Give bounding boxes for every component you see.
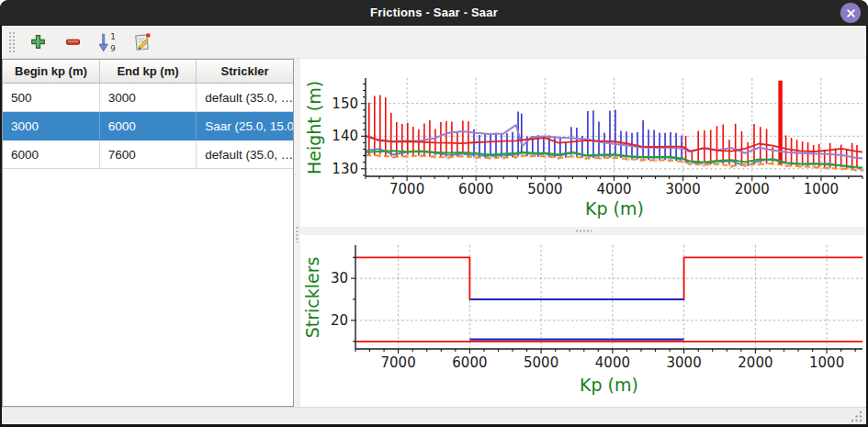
- svg-text:4000: 4000: [595, 354, 630, 371]
- column-header-0[interactable]: Begin kp (m): [3, 60, 99, 84]
- column-header-1[interactable]: End kp (m): [99, 60, 196, 84]
- sort-rows-button[interactable]: 1 9: [94, 29, 121, 55]
- svg-text:30: 30: [331, 270, 348, 287]
- svg-text:Stricklers: Stricklers: [302, 257, 322, 339]
- cell-begin[interactable]: 500: [3, 84, 99, 112]
- cell-end[interactable]: 6000: [99, 112, 196, 140]
- add-row-button[interactable]: [24, 29, 51, 55]
- main-content: Begin kp (m)End kp (m)Strickler 5003000d…: [2, 59, 866, 407]
- horizontal-splitter[interactable]: [300, 227, 866, 235]
- splitter-handle-icon: [575, 230, 592, 232]
- svg-text:7000: 7000: [381, 354, 416, 371]
- cell-strickler[interactable]: default (35.0, …: [197, 140, 293, 169]
- sort-numeric-icon: 1 9: [97, 31, 118, 53]
- svg-text:6000: 6000: [452, 354, 487, 371]
- stricklers-chart[interactable]: 70006000500040003000200010002030Kp (m)St…: [300, 235, 866, 407]
- svg-text:20: 20: [331, 312, 348, 329]
- table-row[interactable]: 30006000Saar (25.0, 15.0): [3, 112, 293, 140]
- svg-text:7000: 7000: [389, 181, 424, 197]
- svg-text:5000: 5000: [527, 181, 562, 197]
- svg-text:Kp (m): Kp (m): [580, 375, 638, 395]
- height-profile-chart[interactable]: 7000600050004000300020001000130140150Kp …: [300, 59, 866, 227]
- cell-strickler[interactable]: default (35.0, …: [197, 84, 293, 112]
- edit-icon: [132, 32, 152, 52]
- svg-text:1: 1: [110, 31, 116, 40]
- svg-text:150: 150: [332, 96, 358, 112]
- splitter-handle-icon: [296, 226, 299, 242]
- titlebar[interactable]: Frictions - Saar - Saar: [0, 0, 868, 26]
- toolbar-drag-handle[interactable]: [8, 31, 15, 53]
- svg-text:Height (m): Height (m): [304, 81, 324, 174]
- svg-text:Kp (m): Kp (m): [585, 198, 644, 219]
- table-row[interactable]: 60007600default (35.0, …: [3, 140, 293, 169]
- svg-text:9: 9: [110, 43, 116, 52]
- close-icon: [846, 8, 856, 18]
- svg-text:4000: 4000: [596, 181, 631, 197]
- remove-row-button[interactable]: [59, 29, 86, 55]
- svg-text:6000: 6000: [458, 181, 493, 197]
- frictions-table-panel: Begin kp (m)End kp (m)Strickler 5003000d…: [2, 59, 294, 407]
- toolbar: 1 9: [2, 26, 866, 59]
- cell-end[interactable]: 7600: [99, 140, 196, 169]
- table-row[interactable]: 5003000default (35.0, …: [3, 84, 293, 112]
- cell-begin[interactable]: 6000: [3, 140, 99, 169]
- status-bar: [2, 407, 866, 424]
- svg-text:3000: 3000: [666, 181, 701, 197]
- charts-panel: 7000600050004000300020001000130140150Kp …: [300, 59, 866, 407]
- svg-text:2000: 2000: [738, 354, 772, 371]
- vertical-splitter[interactable]: [294, 59, 300, 407]
- frictions-table: Begin kp (m)End kp (m)Strickler 5003000d…: [3, 60, 293, 169]
- svg-text:5000: 5000: [524, 354, 558, 371]
- svg-text:1000: 1000: [809, 354, 844, 371]
- resize-grip[interactable]: [850, 410, 862, 422]
- frictions-window: Frictions - Saar - Saar: [0, 0, 868, 427]
- minus-icon: [64, 33, 82, 51]
- app-area: 1 9 Begin: [2, 26, 866, 424]
- close-button[interactable]: [840, 3, 861, 23]
- cell-strickler[interactable]: Saar (25.0, 15.0): [197, 112, 293, 140]
- edit-friction-button[interactable]: [129, 29, 156, 55]
- svg-text:2000: 2000: [735, 181, 770, 197]
- plus-icon: [29, 33, 47, 51]
- svg-text:1000: 1000: [804, 181, 839, 197]
- column-header-2[interactable]: Strickler: [197, 60, 293, 84]
- cell-end[interactable]: 3000: [99, 84, 196, 112]
- cell-begin[interactable]: 3000: [3, 112, 99, 140]
- svg-text:130: 130: [332, 161, 358, 177]
- svg-text:3000: 3000: [667, 354, 702, 371]
- table-header-row: Begin kp (m)End kp (m)Strickler: [3, 60, 293, 84]
- svg-text:140: 140: [332, 128, 358, 144]
- window-title: Frictions - Saar - Saar: [370, 6, 498, 19]
